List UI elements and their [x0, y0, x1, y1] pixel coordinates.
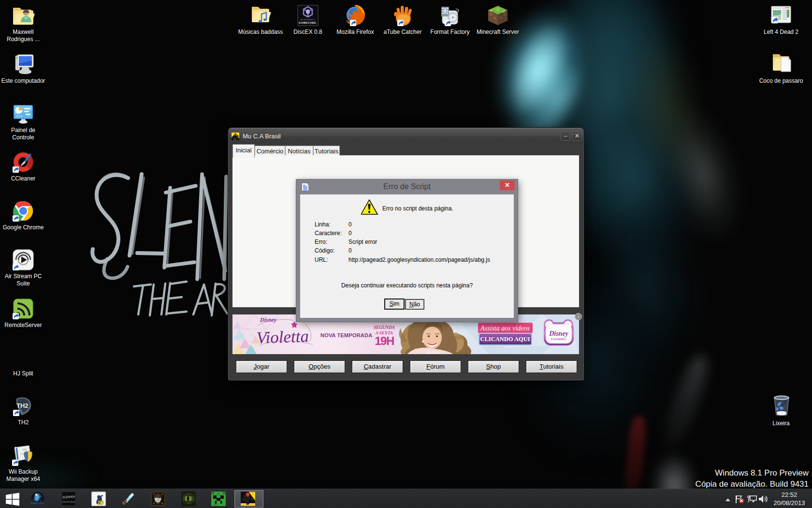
- svg-text:NINTENDO: NINTENDO: [301, 18, 316, 21]
- svg-text:19H: 19H: [375, 334, 394, 347]
- svg-text:CHANNEL: CHANNEL: [551, 338, 567, 341]
- svg-text:Disney: Disney: [549, 330, 568, 337]
- svg-text:Assista aos vídeos: Assista aos vídeos: [480, 325, 530, 332]
- svg-text:2D: 2D: [97, 500, 103, 506]
- svg-text:NOVA TEMPORADA: NOVA TEMPORADA: [320, 332, 372, 338]
- svg-text:FIREFALL: FIREFALL: [31, 502, 44, 505]
- svg-text:Wii: Wii: [22, 448, 28, 451]
- svg-text:TH2: TH2: [16, 402, 29, 409]
- svg-text:Violetta: Violetta: [256, 327, 309, 347]
- svg-text:GAMECUBE.: GAMECUBE.: [299, 21, 317, 24]
- svg-text:Disney: Disney: [260, 316, 277, 323]
- svg-text:CLICANDO AQUI: CLICANDO AQUI: [480, 336, 530, 343]
- svg-text:SEGUNDA: SEGUNDA: [374, 325, 395, 330]
- svg-text:THE EIGHT PAGES: THE EIGHT PAGES: [62, 501, 75, 503]
